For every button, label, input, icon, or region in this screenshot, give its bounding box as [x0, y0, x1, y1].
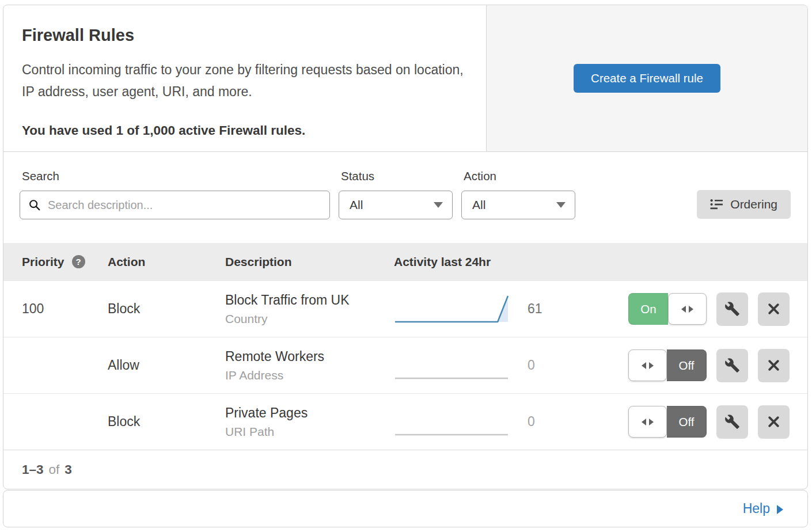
table-header-row: Priority ? Action Description Activity l…	[3, 243, 807, 280]
column-header-activity: Activity last 24hr	[394, 255, 807, 269]
drag-handle-left-icon	[681, 306, 686, 313]
activity-sparkline	[394, 293, 509, 325]
activity-sparkline	[394, 349, 509, 382]
status-select-value: All	[350, 198, 363, 212]
page-title: Firewall Rules	[22, 26, 465, 45]
toggle-knob[interactable]	[628, 349, 667, 381]
toggle-state-label: On	[628, 293, 668, 325]
column-header-description: Description	[225, 255, 394, 269]
rule-controls: On	[628, 292, 790, 326]
rule-enable-toggle[interactable]: Off	[628, 349, 707, 381]
chevron-down-icon	[556, 202, 566, 208]
help-link-label: Help	[743, 501, 770, 516]
rule-enable-toggle[interactable]: On	[628, 293, 707, 325]
action-filter-group: Action All	[461, 169, 575, 243]
ordering-button[interactable]: Ordering	[697, 190, 791, 219]
action-select-value: All	[472, 198, 485, 212]
status-filter-group: Status All	[339, 169, 453, 243]
arrow-right-icon	[777, 505, 783, 514]
rule-description-cell: Private Pages URI Path	[225, 405, 394, 439]
rule-type: URI Path	[225, 425, 394, 439]
action-select[interactable]: All	[461, 191, 575, 219]
usage-note: You have used 1 of 1,000 active Firewall…	[22, 123, 465, 138]
rule-type: Country	[225, 312, 394, 326]
close-icon	[767, 415, 781, 429]
header-action-panel: Create a Firewall rule	[487, 5, 807, 151]
create-firewall-rule-button[interactable]: Create a Firewall rule	[574, 64, 720, 93]
drag-handle-right-icon	[689, 306, 693, 313]
rule-description-cell: Remote Workers IP Address	[225, 349, 394, 382]
toggle-knob[interactable]	[668, 293, 707, 325]
firewall-rules-card: Firewall Rules Control incoming traffic …	[3, 5, 808, 489]
rule-activity-cell: 61 On	[394, 292, 807, 326]
delete-rule-button[interactable]	[758, 292, 790, 326]
activity-sparkline	[394, 406, 509, 438]
rule-controls: Off	[628, 349, 790, 382]
column-header-priority: Priority ?	[3, 255, 108, 269]
close-icon	[767, 358, 781, 373]
status-label: Status	[341, 169, 453, 183]
drag-handle-left-icon	[642, 419, 646, 425]
drag-handle-left-icon	[642, 362, 646, 369]
table-row: Allow Remote Workers IP Address 0 Off	[3, 337, 807, 393]
edit-rule-button[interactable]	[716, 405, 748, 439]
column-header-action: Action	[108, 255, 225, 269]
ordered-list-icon	[710, 198, 723, 211]
rule-controls: Off	[628, 405, 790, 439]
rule-description-cell: Block Traffic from UK Country	[225, 292, 394, 326]
rule-action: Block	[108, 414, 225, 430]
rule-action: Allow	[108, 358, 225, 373]
pagination-of-label: of	[49, 462, 60, 477]
chevron-down-icon	[434, 202, 443, 208]
search-box	[20, 191, 330, 219]
search-filter-group: Search	[20, 169, 330, 243]
rule-description: Remote Workers	[225, 349, 394, 364]
table-row: 100 Block Block Traffic from UK Country …	[3, 280, 807, 337]
rule-activity-cell: 0 Off	[394, 349, 807, 382]
rule-enable-toggle[interactable]: Off	[628, 406, 707, 438]
pagination-bar: 1–3 of 3	[3, 450, 807, 489]
drag-handle-right-icon	[649, 362, 654, 369]
toggle-state-label: Off	[667, 406, 707, 438]
wrench-icon	[724, 414, 740, 430]
search-icon	[28, 199, 41, 211]
pagination-total: 3	[64, 462, 72, 477]
header-text-panel: Firewall Rules Control incoming traffic …	[3, 5, 487, 151]
activity-count: 0	[528, 358, 568, 373]
priority-header-label: Priority	[22, 255, 64, 269]
edit-rule-button[interactable]	[716, 292, 748, 326]
help-link[interactable]: Help	[743, 501, 783, 516]
rule-type: IP Address	[225, 368, 394, 382]
drag-handle-right-icon	[649, 419, 654, 425]
activity-count: 0	[528, 414, 568, 430]
delete-rule-button[interactable]	[758, 349, 790, 382]
edit-rule-button[interactable]	[716, 349, 748, 382]
rule-action: Block	[108, 301, 225, 317]
toggle-state-label: Off	[667, 349, 707, 381]
wrench-icon	[724, 358, 740, 373]
toggle-knob[interactable]	[628, 406, 667, 438]
search-input[interactable]	[47, 198, 321, 212]
rule-activity-cell: 0 Off	[394, 405, 807, 439]
delete-rule-button[interactable]	[758, 405, 790, 439]
help-bar: Help	[3, 490, 808, 527]
wrench-icon	[724, 301, 740, 317]
close-icon	[767, 302, 781, 316]
pagination-range: 1–3	[22, 462, 44, 477]
ordering-button-label: Ordering	[730, 197, 777, 211]
status-select[interactable]: All	[339, 191, 453, 219]
activity-count: 61	[528, 301, 568, 317]
header-section: Firewall Rules Control incoming traffic …	[3, 5, 807, 152]
filters-section: Search Status All Action All	[3, 152, 807, 243]
action-label: Action	[464, 169, 575, 183]
search-label: Search	[22, 169, 330, 183]
rule-priority: 100	[3, 301, 108, 317]
rule-description: Private Pages	[225, 405, 394, 421]
table-row: Block Private Pages URI Path 0 Off	[3, 393, 807, 450]
help-tooltip-icon[interactable]: ?	[72, 255, 85, 268]
rule-description: Block Traffic from UK	[225, 292, 394, 308]
page-description: Control incoming traffic to your zone by…	[22, 59, 465, 102]
